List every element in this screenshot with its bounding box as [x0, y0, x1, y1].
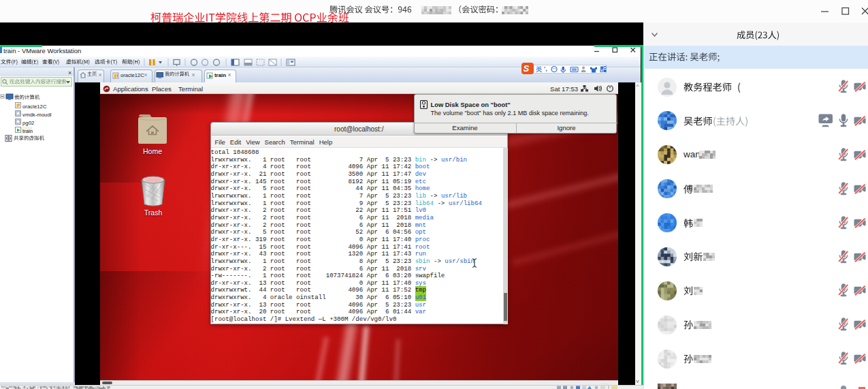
svg-text:',: ', — [544, 65, 547, 72]
